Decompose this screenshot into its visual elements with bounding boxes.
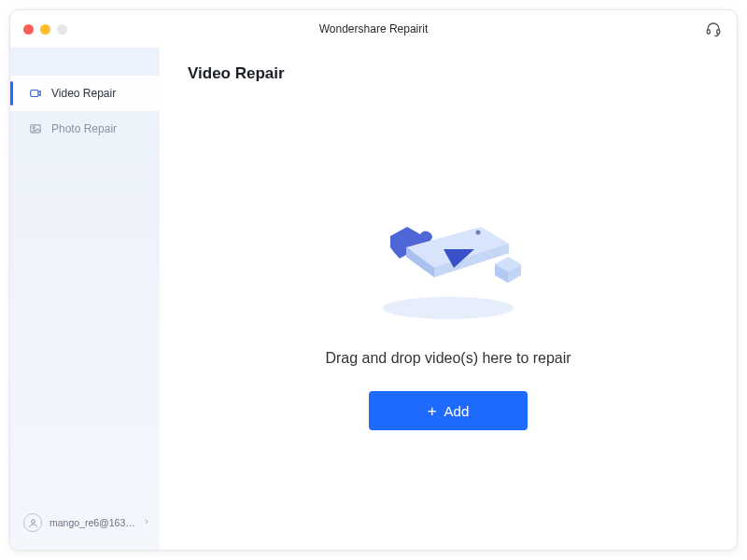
account-username: mango_re6@163....	[49, 517, 135, 528]
sidebar-item-video-repair[interactable]: Video Repair	[10, 76, 160, 111]
add-button[interactable]: + Add	[369, 391, 528, 430]
app-window: Wondershare Repairit Video Repair	[9, 9, 738, 551]
drop-area[interactable]: Drag and drop video(s) here to repair + …	[188, 91, 709, 531]
drop-instruction-text: Drag and drop video(s) here to repair	[325, 350, 571, 367]
main-content: Video Repair	[160, 48, 737, 550]
app-title: Wondershare Repairit	[10, 22, 737, 35]
minimize-window-button[interactable]	[40, 24, 50, 35]
svg-point-6	[383, 297, 514, 319]
sidebar: Video Repair Photo Repair	[10, 48, 160, 550]
support-icon[interactable]	[705, 21, 722, 37]
add-button-label: Add	[444, 403, 470, 419]
titlebar: Wondershare Repairit	[10, 10, 737, 48]
svg-point-5	[31, 519, 35, 523]
maximize-window-button[interactable]	[57, 24, 67, 35]
photo-repair-icon	[29, 122, 42, 135]
video-illustration	[355, 191, 542, 331]
plus-icon: +	[428, 403, 437, 419]
sidebar-item-label: Video Repair	[51, 87, 116, 100]
user-avatar-icon	[23, 513, 42, 532]
page-title: Video Repair	[188, 64, 709, 83]
svg-point-7	[476, 231, 481, 235]
sidebar-item-label: Photo Repair	[51, 122, 117, 135]
video-repair-icon	[29, 87, 42, 100]
svg-rect-1	[717, 30, 720, 35]
sidebar-item-photo-repair[interactable]: Photo Repair	[10, 111, 160, 147]
chevron-right-icon	[143, 517, 150, 528]
window-controls	[23, 24, 67, 35]
svg-point-4	[33, 127, 35, 129]
svg-rect-0	[707, 30, 710, 35]
svg-rect-2	[31, 91, 38, 97]
account-button[interactable]: mango_re6@163....	[10, 505, 160, 550]
body: Video Repair Photo Repair	[10, 48, 737, 550]
close-window-button[interactable]	[23, 24, 34, 35]
